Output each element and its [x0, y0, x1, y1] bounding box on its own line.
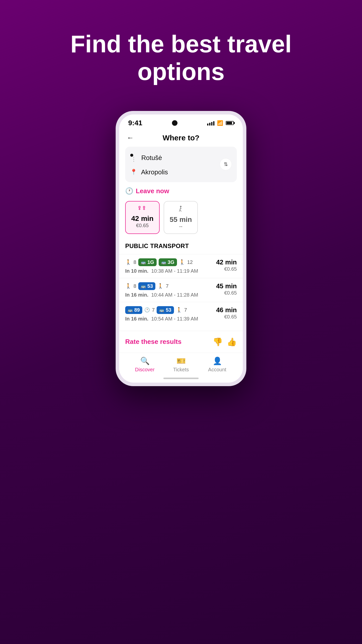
rate-buttons: 👎 👍 — [213, 337, 237, 347]
bus-badge-1g: 🚌 1G — [138, 258, 157, 266]
route-row-1[interactable]: 🚶 8 🚌 1G 🚌 3G 🚶 12 — [119, 254, 243, 278]
dislike-button[interactable]: 👎 — [213, 337, 223, 347]
swap-button[interactable]: ⇅ — [220, 158, 232, 170]
bus-line-3g: 3G — [168, 259, 174, 265]
clock-icon: 🕐 — [125, 187, 133, 195]
walk-icon — [170, 206, 192, 214]
svg-point-1 — [139, 207, 140, 208]
route-right-1: 42 min €0.65 — [216, 258, 237, 272]
bus-icon-3g: 🚌 — [161, 260, 166, 265]
walk-icon-1: 🚶 — [125, 259, 131, 265]
camera-notch — [172, 120, 177, 126]
status-bar: 9:41 📶 — [119, 114, 243, 129]
bus-icon-53-2: 🚌 — [141, 284, 146, 289]
route-range-1: 10:38 AM - 11:19 AM — [151, 268, 198, 274]
like-button[interactable]: 👍 — [227, 337, 237, 347]
bus-badge-53-3: 🚌 53 — [157, 306, 174, 314]
tickets-icon: 🎫 — [176, 356, 186, 365]
bottom-nav: 🔍 Discover 🎫 Tickets 👤 Account — [119, 353, 243, 375]
nav-item-discover[interactable]: 🔍 Discover — [132, 356, 157, 373]
walk-time: 55 min — [170, 216, 192, 224]
discover-label: Discover — [135, 367, 155, 373]
nav-item-account[interactable]: 👤 Account — [205, 356, 230, 373]
battery-icon — [226, 121, 234, 125]
screen-title: Where to? — [163, 134, 200, 142]
bus-badge-53-2: 🚌 53 — [138, 282, 155, 290]
bus-line-53-2: 53 — [147, 283, 153, 289]
nav-item-tickets[interactable]: 🎫 Tickets — [168, 356, 194, 373]
walk-icon-end-1: 🚶 — [179, 259, 185, 265]
route-range-3: 10:54 AM - 11:39 AM — [151, 316, 198, 321]
walk-num-end-3: 7 — [184, 307, 187, 313]
walk-icon-end-2: 🚶 — [157, 283, 164, 289]
route-cost-1: €0.65 — [216, 266, 237, 272]
destination-row[interactable]: 📍 Akropolis — [130, 166, 220, 179]
route-icons-1: 🚶 8 🚌 1G 🚌 3G 🚶 12 — [125, 258, 216, 266]
walk-num-2: 8 — [133, 283, 136, 289]
tickets-label: Tickets — [173, 367, 189, 373]
route-time-3: In 16 min. 10:54 AM - 11:39 AM — [125, 316, 216, 322]
transit-mode-card[interactable]: 42 min €0.65 — [125, 201, 160, 234]
walk-mode-card[interactable]: 55 min -- — [164, 201, 198, 234]
route-icons-2: 🚶 8 🚌 53 🚶 7 — [125, 282, 216, 290]
transit-time: 42 min — [131, 215, 154, 223]
bus-icon-1g: 🚌 — [141, 260, 146, 265]
route-range-2: 10:44 AM - 11:28 AM — [151, 292, 198, 298]
route-right-2: 45 min €0.65 — [216, 282, 237, 296]
transit-price: €0.65 — [131, 223, 154, 228]
wait-num-3: 7 — [152, 307, 155, 313]
status-icons: 📶 — [207, 120, 234, 126]
walk-num-end-1: 12 — [187, 259, 193, 265]
account-label: Account — [208, 367, 226, 373]
walk-num-end-2: 7 — [166, 283, 168, 289]
route-duration-1: 42 min — [216, 258, 237, 266]
bus-icon-53-3: 🚌 — [159, 308, 164, 312]
rate-label: Rate these results — [125, 338, 182, 346]
bus-badge-3g: 🚌 3G — [159, 258, 177, 266]
transit-icon — [131, 206, 154, 213]
public-transport-section-title: PUBLIC TRANSPORT — [119, 240, 243, 254]
route-duration-3: 46 min — [216, 306, 237, 314]
origin-row[interactable]: Rotušė — [130, 150, 220, 166]
destination-pin-icon: 📍 — [130, 169, 137, 175]
leave-now[interactable]: 🕐 Leave now — [119, 187, 243, 201]
route-time-2: In 16 min. 10:44 AM - 11:28 AM — [125, 292, 216, 298]
route-row-2[interactable]: 🚶 8 🚌 53 🚶 7 In 16 min. 10:44 AM - 11:28… — [119, 278, 243, 302]
route-time-1: In 10 min. 10:38 AM - 11:19 AM — [125, 268, 216, 274]
back-button[interactable]: ← — [127, 134, 134, 142]
svg-line-11 — [179, 210, 180, 212]
discover-icon: 🔍 — [140, 356, 150, 365]
route-row-3[interactable]: 🚌 89 🕐 7 🚌 53 🚶 7 In 16 min. — [119, 302, 243, 326]
svg-line-12 — [180, 210, 181, 212]
phone-outer: 9:41 📶 ← Where — [116, 111, 246, 386]
rate-section: Rate these results 👎 👍 — [119, 331, 243, 353]
wifi-icon: 📶 — [217, 120, 223, 126]
bus-badge-89: 🚌 89 — [125, 306, 142, 314]
walk-num-1: 8 — [133, 259, 136, 265]
route-wait-2: In 16 min. — [125, 292, 148, 298]
svg-point-5 — [144, 207, 145, 208]
route-left-1: 🚶 8 🚌 1G 🚌 3G 🚶 12 — [125, 258, 216, 274]
bus-line-89: 89 — [134, 307, 140, 313]
bus-line-53-3: 53 — [166, 307, 171, 313]
leave-now-label: Leave now — [136, 187, 169, 195]
walk-price: -- — [170, 224, 192, 229]
origin-indicator — [130, 153, 137, 163]
route-wait-3: In 16 min. — [125, 316, 148, 321]
search-box: Rotušė 📍 Akropolis ⇅ — [125, 147, 237, 182]
hero-title: Find the best travel options — [68, 30, 294, 86]
phone-mockup: 9:41 📶 ← Where — [116, 111, 246, 386]
route-wait-1: In 10 min. — [125, 268, 148, 274]
transport-mode-selector: 42 min €0.65 55 min -- — [119, 201, 243, 240]
bus-line-1g: 1G — [147, 259, 154, 265]
route-right-3: 46 min €0.65 — [216, 306, 237, 320]
route-left-3: 🚌 89 🕐 7 🚌 53 🚶 7 In 16 min. — [125, 306, 216, 322]
top-nav: ← Where to? — [119, 129, 243, 147]
origin-text: Rotušė — [141, 154, 162, 162]
status-time: 9:41 — [128, 119, 142, 127]
route-icons-3: 🚌 89 🕐 7 🚌 53 🚶 7 — [125, 306, 216, 314]
bus-icon-89: 🚌 — [128, 308, 133, 312]
svg-point-8 — [180, 206, 182, 207]
account-icon: 👤 — [213, 356, 222, 365]
route-duration-2: 45 min — [216, 282, 237, 290]
